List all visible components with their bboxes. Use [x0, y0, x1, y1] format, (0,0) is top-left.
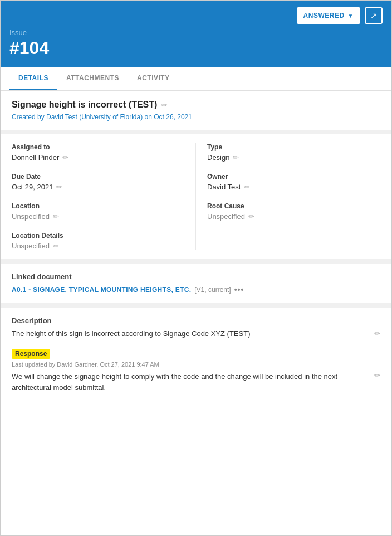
header-actions: ANSWERED ▼ ↗ [9, 7, 383, 24]
type-field: Type Design ✏ [207, 143, 380, 162]
edit-assigned-to-icon[interactable]: ✏ [62, 153, 68, 162]
linked-document-section: Linked document A0.1 - SIGNAGE, TYPICAL … [1, 264, 391, 308]
due-date-label: Due Date [12, 173, 184, 181]
edit-response-icon[interactable]: ✏ [374, 371, 380, 379]
root-cause-field: Root Cause Unspecified ✏ [207, 202, 380, 221]
location-field: Location Unspecified ✏ [12, 202, 184, 221]
location-details-field: Location Details Unspecified ✏ [12, 232, 184, 250]
fields-right-column: Type Design ✏ Owner David Test ✏ [196, 143, 380, 250]
title-section: Signage height is incorrect (TEST) ✏ Cre… [1, 91, 391, 134]
due-date-value-row: Oct 29, 2021 ✏ [12, 183, 184, 191]
fields-grid: Assigned to Donnell Pinder ✏ Due Date Oc… [12, 143, 380, 250]
type-value-row: Design ✏ [207, 153, 380, 162]
edit-owner-icon[interactable]: ✏ [244, 183, 250, 191]
assigned-to-value-row: Donnell Pinder ✏ [12, 153, 184, 162]
issue-title: Signage height is incorrect (TEST) [12, 100, 157, 110]
root-cause-value: Unspecified [207, 212, 245, 221]
edit-title-icon[interactable]: ✏ [161, 101, 168, 109]
fields-left-column: Assigned to Donnell Pinder ✏ Due Date Oc… [12, 143, 196, 250]
response-text: We will change the signage height to com… [12, 371, 370, 393]
location-value: Unspecified [12, 212, 50, 221]
location-details-value: Unspecified [12, 242, 50, 250]
header: ANSWERED ▼ ↗ Issue #104 [1, 1, 391, 67]
linked-document-menu-button[interactable]: ••• [234, 285, 244, 294]
location-value-row: Unspecified ✏ [12, 212, 184, 221]
description-text-row: The height of this sign is incorrect acc… [12, 329, 380, 338]
owner-value: David Test [207, 183, 241, 191]
issue-number: #104 [9, 38, 383, 59]
tab-attachments[interactable]: ATTACHMENTS [57, 67, 128, 90]
chevron-down-icon: ▼ [348, 13, 354, 19]
location-details-value-row: Unspecified ✏ [12, 242, 184, 250]
tabs-bar: DETAILS ATTACHMENTS ACTIVITY [1, 67, 391, 91]
type-value: Design [207, 153, 229, 162]
tab-activity[interactable]: ACTIVITY [128, 67, 179, 90]
edit-due-date-icon[interactable]: ✏ [56, 183, 62, 191]
answered-button[interactable]: ANSWERED ▼ [297, 7, 360, 24]
response-container: Response Last updated by David Gardner, … [12, 349, 380, 393]
assigned-to-label: Assigned to [12, 143, 184, 151]
share-button[interactable]: ↗ [365, 7, 383, 24]
due-date-field: Due Date Oct 29, 2021 ✏ [12, 173, 184, 191]
due-date-value: Oct 29, 2021 [12, 183, 53, 191]
root-cause-value-row: Unspecified ✏ [207, 212, 380, 221]
root-cause-label: Root Cause [207, 202, 380, 210]
assigned-to-field: Assigned to Donnell Pinder ✏ [12, 143, 184, 162]
linked-document-meta: [V1, current] [194, 286, 231, 294]
description-text: The height of this sign is incorrect acc… [12, 329, 370, 338]
description-label: Description [12, 316, 380, 325]
issue-label: Issue [9, 28, 383, 37]
created-by: Created by David Test (University of Flo… [12, 113, 380, 121]
type-label: Type [207, 143, 380, 151]
owner-label: Owner [207, 173, 380, 181]
response-meta: Last updated by David Gardner, Oct 27, 2… [12, 361, 380, 368]
linked-document-row: A0.1 - SIGNAGE, TYPICAL MOUNTING HEIGHTS… [12, 285, 380, 294]
fields-section: Assigned to Donnell Pinder ✏ Due Date Oc… [1, 134, 391, 264]
linked-document-link[interactable]: A0.1 - SIGNAGE, TYPICAL MOUNTING HEIGHTS… [12, 286, 191, 294]
edit-description-icon[interactable]: ✏ [374, 329, 380, 338]
response-text-row: We will change the signage height to com… [12, 371, 380, 393]
assigned-to-value: Donnell Pinder [12, 153, 59, 162]
owner-value-row: David Test ✏ [207, 183, 380, 191]
location-details-label: Location Details [12, 232, 184, 240]
description-section: Description The height of this sign is i… [1, 308, 391, 402]
answered-label: ANSWERED [303, 12, 345, 20]
share-icon: ↗ [370, 11, 377, 20]
main-content: Signage height is incorrect (TEST) ✏ Cre… [1, 91, 391, 535]
linked-document-label: Linked document [12, 272, 380, 281]
edit-root-cause-icon[interactable]: ✏ [248, 212, 254, 221]
issue-title-row: Signage height is incorrect (TEST) ✏ [12, 100, 380, 110]
tab-details[interactable]: DETAILS [9, 67, 57, 90]
edit-location-details-icon[interactable]: ✏ [53, 242, 59, 250]
edit-type-icon[interactable]: ✏ [233, 153, 239, 162]
location-label: Location [12, 202, 184, 210]
edit-location-icon[interactable]: ✏ [53, 212, 59, 221]
owner-field: Owner David Test ✏ [207, 173, 380, 191]
response-badge: Response [12, 349, 50, 359]
